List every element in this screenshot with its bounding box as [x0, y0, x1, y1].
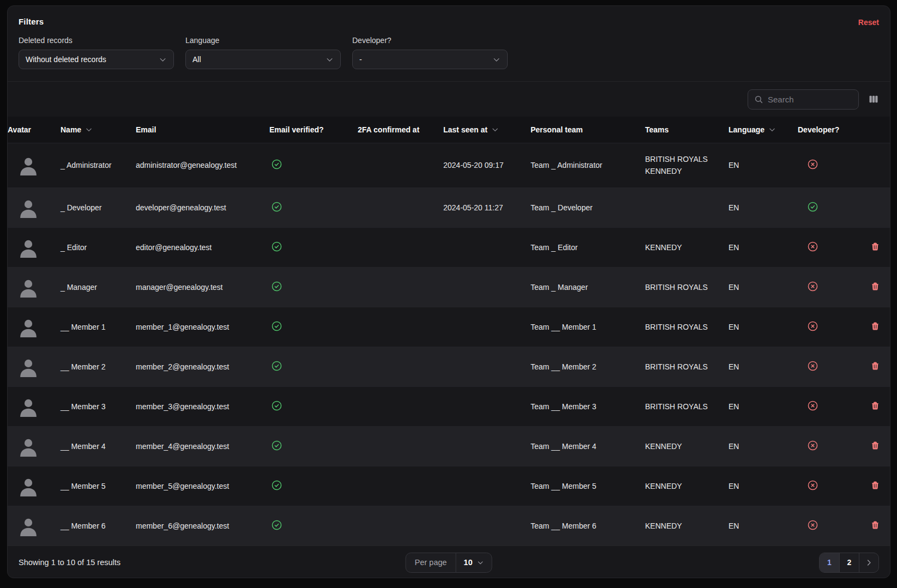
- delete-button[interactable]: [871, 401, 880, 411]
- language: EN: [729, 323, 739, 331]
- column-header-actions: [847, 117, 890, 143]
- person-icon: [18, 515, 39, 537]
- avatar: [18, 197, 39, 219]
- x-circle-icon: [807, 480, 818, 493]
- trash-icon: [871, 441, 880, 450]
- user-name: _ Manager: [61, 283, 97, 292]
- user-name: __ Member 3: [61, 402, 105, 411]
- x-circle-icon: [807, 281, 818, 294]
- next-page-button[interactable]: [859, 553, 878, 572]
- chevron-down-icon: [492, 56, 501, 64]
- avatar: [18, 356, 39, 378]
- trash-icon: [871, 282, 880, 291]
- users-table-panel: Filters Reset Deleted recordsWithout del…: [7, 5, 890, 578]
- personal-team: Team _ Editor: [531, 243, 577, 252]
- delete-button[interactable]: [871, 361, 880, 371]
- person-icon: [18, 154, 39, 176]
- table-row[interactable]: _ Editoreditor@genealogy.testTeam _ Edit…: [8, 227, 890, 267]
- table-row[interactable]: __ Member 2member_2@genealogy.testTeam _…: [8, 347, 890, 386]
- personal-team: Team _ Manager: [531, 283, 588, 292]
- table-row[interactable]: _ Administratoradministrator@genealogy.t…: [8, 143, 890, 187]
- chevron-down-icon: [159, 56, 167, 64]
- teams: BRITISH ROYALS: [645, 281, 729, 293]
- user-email: member_6@genealogy.test: [136, 522, 229, 530]
- per-page-select[interactable]: Per page 10: [406, 553, 492, 573]
- personal-team: Team __ Member 5: [531, 482, 597, 490]
- delete-button[interactable]: [871, 282, 880, 292]
- table-toolbar: [8, 82, 890, 117]
- filter-select-language[interactable]: All: [185, 50, 341, 69]
- user-email: administrator@genealogy.test: [136, 161, 237, 169]
- delete-button[interactable]: [871, 481, 880, 490]
- view-columns-icon: [868, 94, 879, 105]
- check-circle-icon: [271, 159, 282, 172]
- table-row[interactable]: _ Managermanager@genealogy.testTeam _ Ma…: [8, 267, 890, 307]
- filter-select-developer[interactable]: -: [352, 50, 508, 69]
- x-circle-icon: [807, 320, 818, 334]
- person-icon: [18, 435, 39, 457]
- table-row[interactable]: __ Member 1member_1@genealogy.testTeam _…: [8, 307, 890, 347]
- person-icon: [18, 396, 39, 417]
- table-row[interactable]: __ Member 4member_4@genealogy.testTeam _…: [8, 426, 890, 466]
- teams: BRITISH ROYALS: [645, 401, 729, 413]
- table-row[interactable]: _ Developerdeveloper@genealogy.test2024-…: [8, 187, 890, 227]
- column-header-language[interactable]: Language: [729, 117, 798, 143]
- delete-button[interactable]: [871, 520, 880, 530]
- x-circle-icon: [807, 159, 818, 172]
- column-toggle-button[interactable]: [868, 94, 879, 105]
- language: EN: [729, 243, 739, 252]
- avatar: [18, 515, 39, 537]
- language: EN: [729, 482, 739, 490]
- column-header-2fa-confirmed-at: 2FA confirmed at: [358, 117, 443, 143]
- person-icon: [18, 237, 39, 258]
- avatar: [18, 154, 39, 176]
- page-1-button[interactable]: 1: [820, 553, 839, 572]
- chevron-right-icon: [865, 559, 873, 567]
- x-circle-icon: [807, 400, 818, 413]
- user-email: member_5@genealogy.test: [136, 482, 229, 490]
- column-header-name[interactable]: Name: [61, 117, 136, 143]
- trash-icon: [871, 520, 880, 530]
- personal-team: Team __ Member 1: [531, 323, 597, 331]
- last-seen-at: 2024-05-20 11:27: [443, 203, 503, 212]
- search-input[interactable]: [768, 95, 852, 104]
- user-name: __ Member 6: [61, 522, 105, 530]
- personal-team: Team _ Administrator: [531, 161, 603, 169]
- person-icon: [18, 356, 39, 378]
- user-email: member_2@genealogy.test: [136, 362, 229, 371]
- check-circle-icon: [271, 281, 282, 294]
- delete-button[interactable]: [871, 242, 880, 252]
- column-header-teams: Teams: [645, 117, 729, 143]
- x-circle-icon: [807, 360, 818, 373]
- check-circle-icon: [271, 201, 282, 214]
- avatar: [18, 396, 39, 417]
- column-header-personal-team: Personal team: [531, 117, 645, 143]
- filters-reset-button[interactable]: Reset: [858, 18, 879, 27]
- chevron-down-icon: [768, 126, 776, 134]
- check-circle-icon: [271, 320, 282, 334]
- personal-team: Team __ Member 4: [531, 442, 597, 451]
- x-circle-icon: [807, 519, 818, 532]
- user-name: __ Member 5: [61, 482, 105, 490]
- user-email: editor@genealogy.test: [136, 243, 212, 252]
- user-name: _ Administrator: [61, 161, 111, 169]
- delete-button[interactable]: [871, 441, 880, 451]
- chevron-down-icon: [477, 559, 484, 566]
- table-row[interactable]: __ Member 5member_5@genealogy.testTeam _…: [8, 466, 890, 506]
- teams: KENNEDY: [645, 480, 729, 492]
- language: EN: [729, 442, 739, 451]
- language: EN: [729, 402, 739, 411]
- search-box[interactable]: [748, 89, 859, 110]
- check-circle-icon: [271, 440, 282, 453]
- avatar: [18, 276, 39, 298]
- page-2-button[interactable]: 2: [839, 553, 859, 572]
- column-header-avatar: Avatar: [8, 117, 61, 143]
- delete-button[interactable]: [871, 322, 880, 331]
- avatar: [18, 316, 39, 338]
- filter-select-deleted-records[interactable]: Without deleted records: [19, 50, 174, 69]
- teams: KENNEDY: [645, 520, 729, 532]
- table-row[interactable]: __ Member 6member_6@genealogy.testTeam _…: [8, 506, 890, 545]
- column-header-last-seen-at[interactable]: Last seen at: [443, 117, 531, 143]
- table-row[interactable]: __ Member 3member_3@genealogy.testTeam _…: [8, 386, 890, 426]
- trash-icon: [871, 401, 880, 410]
